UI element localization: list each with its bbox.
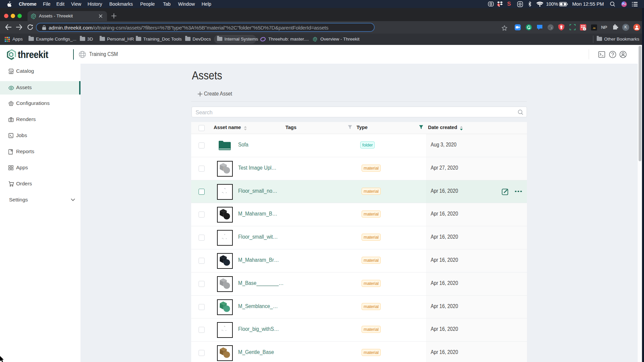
- svg-text:1: 1: [498, 3, 499, 6]
- svg-text:.io: .io: [593, 26, 596, 29]
- svg-text:1: 1: [584, 27, 585, 31]
